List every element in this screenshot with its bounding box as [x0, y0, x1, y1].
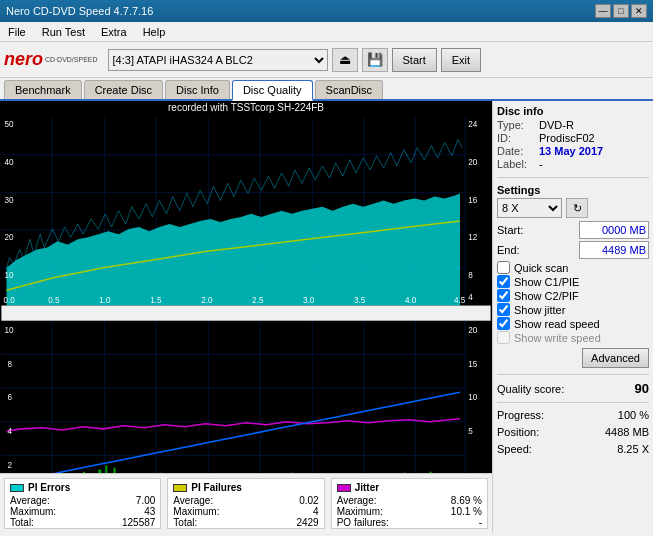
nero-logo: nero CD·DVD/SPEED [4, 49, 98, 70]
svg-text:20: 20 [4, 233, 14, 242]
disc-label-row: Label: - [497, 158, 649, 170]
date-value: 13 May 2017 [539, 145, 649, 157]
svg-text:2.0: 2.0 [201, 297, 213, 306]
svg-text:1.5: 1.5 [150, 297, 162, 306]
start-button[interactable]: Start [392, 48, 437, 72]
id-label: ID: [497, 132, 539, 144]
drive-select[interactable]: [4:3] ATAPI iHAS324 A BLC2 [108, 49, 328, 71]
type-label: Type: [497, 119, 539, 131]
svg-text:10: 10 [4, 326, 14, 335]
exit-button[interactable]: Exit [441, 48, 481, 72]
jitter-avg-row: Average: 8.69 % [337, 495, 482, 506]
chart-title: recorded with TSSTcorp SH-224FB [0, 101, 492, 114]
show-read-speed-row: Show read speed [497, 317, 649, 330]
menu-bar: File Run Test Extra Help [0, 22, 653, 42]
settings-section: Settings 8 X ↻ Start: End: Quick scan [497, 184, 649, 368]
svg-text:12: 12 [468, 233, 478, 242]
po-failures-row: PO failures: - [337, 517, 482, 528]
disc-type-row: Type: DVD-R [497, 119, 649, 131]
jitter-color [337, 484, 351, 492]
title-bar: Nero CD-DVD Speed 4.7.7.16 — □ ✕ [0, 0, 653, 22]
menu-extra[interactable]: Extra [97, 24, 131, 40]
svg-rect-36 [1, 321, 490, 489]
nero-logo-text: nero [4, 49, 43, 70]
pi-failures-avg-row: Average: 0.02 [173, 495, 318, 506]
svg-text:5: 5 [468, 427, 473, 436]
maximize-button[interactable]: □ [613, 4, 629, 18]
speed-result-label: Speed: [497, 443, 532, 455]
show-c2-pif-checkbox[interactable] [497, 289, 510, 302]
legend-pi-failures: PI Failures Average: 0.02 Maximum: 4 Tot… [167, 478, 324, 529]
show-c2-pif-row: Show C2/PIF [497, 289, 649, 302]
minimize-button[interactable]: — [595, 4, 611, 18]
svg-text:8: 8 [468, 271, 473, 280]
refresh-button[interactable]: ↻ [566, 198, 588, 218]
type-value: DVD-R [539, 119, 649, 131]
svg-text:4: 4 [468, 293, 473, 302]
tab-create-disc[interactable]: Create Disc [84, 80, 163, 99]
svg-text:20: 20 [468, 326, 478, 335]
close-button[interactable]: ✕ [631, 4, 647, 18]
menu-help[interactable]: Help [139, 24, 170, 40]
end-input-row: End: [497, 241, 649, 259]
legend-area: PI Errors Average: 7.00 Maximum: 43 Tota… [0, 473, 492, 533]
progress-row: Progress: 100 % [497, 409, 649, 421]
svg-text:8: 8 [8, 360, 13, 369]
start-label: Start: [497, 224, 523, 236]
svg-text:24: 24 [468, 120, 478, 129]
menu-run-test[interactable]: Run Test [38, 24, 89, 40]
divider-1 [497, 177, 649, 178]
svg-text:4.5: 4.5 [454, 297, 466, 306]
date-label: Date: [497, 145, 539, 157]
pi-errors-color [10, 484, 24, 492]
pi-errors-max-row: Maximum: 43 [10, 506, 155, 517]
svg-text:2: 2 [8, 461, 13, 470]
disc-id-row: ID: ProdiscF02 [497, 132, 649, 144]
tab-disc-info[interactable]: Disc Info [165, 80, 230, 99]
divider-3 [497, 402, 649, 403]
end-input[interactable] [579, 241, 649, 259]
show-jitter-checkbox[interactable] [497, 303, 510, 316]
quality-score-row: Quality score: 90 [497, 381, 649, 396]
label-label: Label: [497, 158, 539, 170]
start-input-row: Start: [497, 221, 649, 239]
side-panel: Disc info Type: DVD-R ID: ProdiscF02 Dat… [493, 101, 653, 533]
advanced-button[interactable]: Advanced [582, 348, 649, 368]
svg-text:4.0: 4.0 [405, 297, 417, 306]
jitter-max-row: Maximum: 10.1 % [337, 506, 482, 517]
eject-icon-button[interactable]: ⏏ [332, 48, 358, 72]
svg-text:10: 10 [468, 393, 478, 402]
quick-scan-checkbox[interactable] [497, 261, 510, 274]
svg-text:50: 50 [4, 120, 14, 129]
tab-bar: Benchmark Create Disc Disc Info Disc Qua… [0, 78, 653, 101]
show-c1-pie-checkbox[interactable] [497, 275, 510, 288]
save-icon-button[interactable]: 💾 [362, 48, 388, 72]
speed-settings-row: 8 X ↻ [497, 198, 649, 218]
progress-label: Progress: [497, 409, 544, 421]
pi-errors-total-row: Total: 125587 [10, 517, 155, 528]
show-jitter-row: Show jitter [497, 303, 649, 316]
tab-disc-quality[interactable]: Disc Quality [232, 80, 313, 101]
position-label: Position: [497, 426, 539, 438]
show-write-speed-row: Show write speed [497, 331, 649, 344]
start-input[interactable] [579, 221, 649, 239]
settings-header: Settings [497, 184, 649, 196]
quality-score-value: 90 [635, 381, 649, 396]
quick-scan-row: Quick scan [497, 261, 649, 274]
legend-jitter: Jitter Average: 8.69 % Maximum: 10.1 % P… [331, 478, 488, 529]
show-jitter-label: Show jitter [514, 304, 565, 316]
pi-failures-max-row: Maximum: 4 [173, 506, 318, 517]
svg-text:40: 40 [4, 158, 14, 167]
svg-text:16: 16 [468, 196, 478, 205]
position-value: 4488 MB [605, 426, 649, 438]
quick-scan-label: Quick scan [514, 262, 568, 274]
svg-text:2.5: 2.5 [252, 297, 264, 306]
speed-select[interactable]: 8 X [497, 198, 562, 218]
menu-file[interactable]: File [4, 24, 30, 40]
main-content: recorded with TSSTcorp SH-224FB [0, 101, 653, 533]
show-read-speed-checkbox[interactable] [497, 317, 510, 330]
svg-text:3.5: 3.5 [354, 297, 366, 306]
tab-scan-disc[interactable]: ScanDisc [315, 80, 383, 99]
tab-benchmark[interactable]: Benchmark [4, 80, 82, 99]
pi-failures-color [173, 484, 187, 492]
